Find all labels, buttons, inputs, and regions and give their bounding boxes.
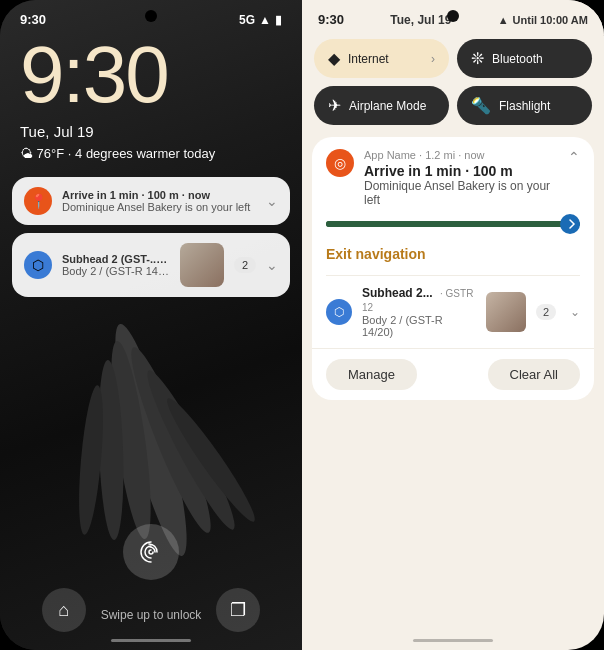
panel-badge-2: 2: [536, 304, 556, 320]
panel-notif-sub-2: Body 2 / (GST-R 14/20): [362, 314, 476, 338]
camera-notch-left: [145, 10, 157, 22]
manage-button[interactable]: Manage: [326, 359, 417, 390]
battery-label: Until 10:00 AM: [513, 14, 588, 26]
wifi-icon: ▲: [498, 14, 509, 26]
internet-tile[interactable]: ◆ Internet ›: [314, 39, 449, 78]
exit-navigation-section: Exit navigation: [312, 237, 594, 275]
clear-all-button[interactable]: Clear All: [488, 359, 580, 390]
notif-title-nav: Arrive in 1 min · 100 m · now: [62, 189, 256, 201]
camera-notch-right: [447, 10, 459, 22]
wifi-tile-icon: ◆: [328, 49, 340, 68]
notif-badge: 2: [234, 257, 256, 273]
left-notifications: 📍 Arrive in 1 min · 100 m · now Dominiqu…: [12, 177, 290, 297]
right-phone: 9:30 Tue, Jul 19 ▲ Until 10:00 AM ◆ Inte…: [302, 0, 604, 650]
progress-fill: [326, 221, 517, 227]
bluetooth-tile[interactable]: ❊ Bluetooth: [457, 39, 592, 78]
right-time: 9:30: [318, 12, 344, 27]
notif-title-2: Subhead 2 (GST-... GSTR 12: [62, 253, 170, 265]
left-status-icons: 5G ▲ ▮: [239, 13, 282, 27]
nav-home-icon[interactable]: ⌂: [42, 588, 86, 632]
panel-actions: Manage Clear All: [312, 348, 594, 400]
left-time-large: 9:30: [0, 31, 302, 115]
notif-chevron-nav: ⌄: [266, 193, 278, 209]
notif-thumbnail: [180, 243, 224, 287]
panel-app-name: App Name · 1.2 mi · now: [364, 149, 558, 161]
signal-icon: ▲: [259, 13, 271, 27]
panel-notif-content-2: Subhead 2... · GSTR 12 Body 2 / (GST-R 1…: [362, 286, 476, 338]
panel-notification-2[interactable]: ⬡ Subhead 2... · GSTR 12 Body 2 / (GST-R…: [312, 276, 594, 348]
panel-notif-icon-2: ⬡: [326, 299, 352, 325]
notif-content-nav: Arrive in 1 min · 100 m · now Dominique …: [62, 189, 256, 213]
panel-notif-title-2: Subhead 2... · GSTR 12: [362, 286, 476, 314]
progress-track: [326, 221, 580, 227]
quick-tiles: ◆ Internet › ❊ Bluetooth ✈ Airplane Mode…: [302, 35, 604, 133]
notif-card-2[interactable]: ⬡ Subhead 2 (GST-... GSTR 12 Body 2 / (G…: [12, 233, 290, 297]
panel-nav-title: Arrive in 1 min · 100 m: [364, 163, 558, 179]
battery-icon: ▮: [275, 13, 282, 27]
fingerprint-button[interactable]: [123, 524, 179, 580]
airplane-mode-label: Airplane Mode: [349, 99, 426, 113]
notif-icon-nav: 📍: [24, 187, 52, 215]
notif-body-2: Body 2 / (GST-R 14/20): [62, 265, 170, 277]
panel-chevron-2: ⌄: [570, 305, 580, 319]
airplane-icon: ✈: [328, 96, 341, 115]
panel-thumbnail-2: [486, 292, 526, 332]
exit-navigation-button[interactable]: Exit navigation: [326, 246, 426, 262]
right-date: Tue, Jul 19: [390, 13, 451, 27]
bluetooth-label: Bluetooth: [492, 52, 543, 66]
flashlight-tile[interactable]: 🔦 Flashlight: [457, 86, 592, 125]
left-weather: 🌤 76°F · 4 degrees warmer today: [0, 144, 302, 161]
left-time: 9:30: [20, 12, 46, 27]
panel-chevron[interactable]: ⌃: [568, 149, 580, 165]
left-phone: 9:30 5G ▲ ▮ 9:30 Tue, Jul 19 🌤 76°F · 4 …: [0, 0, 302, 650]
progress-bar-wrap: [312, 215, 594, 237]
home-indicator-left: [111, 639, 191, 642]
notification-panel: ◎ App Name · 1.2 mi · now Arrive in 1 mi…: [312, 137, 594, 400]
left-date: Tue, Jul 19: [0, 115, 302, 144]
progress-dot: [560, 214, 580, 234]
nav-back-icon[interactable]: ❐: [216, 588, 260, 632]
notif-card-nav[interactable]: 📍 Arrive in 1 min · 100 m · now Dominiqu…: [12, 177, 290, 225]
bluetooth-icon: ❊: [471, 49, 484, 68]
internet-label: Internet: [348, 52, 389, 66]
flashlight-icon: 🔦: [471, 96, 491, 115]
notif-chevron-2: ⌄: [266, 257, 278, 273]
panel-header: ◎ App Name · 1.2 mi · now Arrive in 1 mi…: [312, 137, 594, 215]
notif-body-nav: Dominique Ansel Bakery is on your left: [62, 201, 256, 213]
flashlight-label: Flashlight: [499, 99, 550, 113]
panel-nav-body: Dominique Ansel Bakery is on your left: [364, 179, 558, 207]
internet-chevron: ›: [431, 52, 435, 66]
notif-content-2: Subhead 2 (GST-... GSTR 12 Body 2 / (GST…: [62, 253, 170, 277]
right-status-icons: ▲ Until 10:00 AM: [498, 14, 588, 26]
panel-header-text: App Name · 1.2 mi · now Arrive in 1 min …: [364, 149, 558, 207]
airplane-mode-tile[interactable]: ✈ Airplane Mode: [314, 86, 449, 125]
notif-icon-2: ⬡: [24, 251, 52, 279]
home-indicator-right: [413, 639, 493, 642]
network-icon: 5G: [239, 13, 255, 27]
nav-bar-left: ⌂ ❐: [0, 588, 302, 632]
panel-app-icon: ◎: [326, 149, 354, 177]
